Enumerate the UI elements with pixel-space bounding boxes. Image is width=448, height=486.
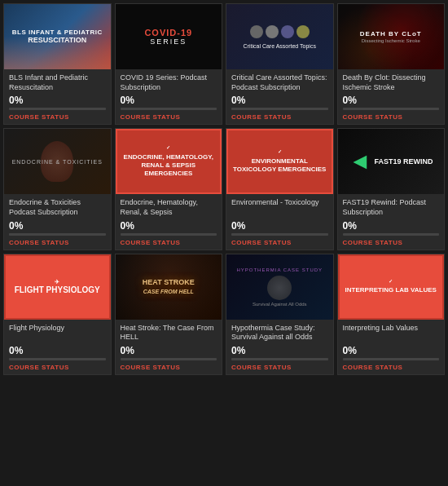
course-status-lab[interactable]: COURSE STATUS: [343, 364, 440, 371]
card-body-death: Death By Clot: Dissecting Ischemic Strok…: [338, 69, 445, 124]
card-critical[interactable]: Critical Care Assorted Topics Critical C…: [226, 3, 334, 125]
thumbnail-flight: ✈ FLIGHT PHYSIOLOGY: [4, 254, 111, 320]
progress-bar-bg-lab: [343, 358, 440, 360]
progress-bar-bg-critical: [231, 108, 328, 110]
thumb-label-covid: COVID-19: [144, 28, 192, 38]
course-title-death: Death By Clot: Dissecting Ischemic Strok…: [343, 73, 440, 92]
thumb-label-critical: Critical Care Assorted Topics: [244, 43, 316, 49]
card-body-covid: COVID 19 Series: Podcast Subscription 0%…: [116, 69, 222, 124]
course-progress-lab: 0%: [343, 345, 440, 356]
course-progress-bls: 0%: [9, 95, 106, 106]
card-body-heat: Heat Stroke: The Case From HELL 0% COURS…: [116, 320, 222, 374]
course-progress-flight: 0%: [9, 345, 106, 356]
card-flight[interactable]: ✈ FLIGHT PHYSIOLOGY Flight Physiology 0%…: [3, 254, 112, 375]
course-status-hypothermia[interactable]: COURSE STATUS: [231, 364, 328, 371]
card-fast19[interactable]: ◄ FAST19 REWIND FAST19 Rewind: Podcast S…: [337, 128, 446, 250]
progress-bar-bg-endocrine: [9, 233, 106, 236]
progress-bar-bg-hypothermia: [231, 358, 328, 360]
card-death[interactable]: DEATH BY CLoT Dissecting Ischemic Stroke…: [337, 3, 446, 125]
thumb-label-endocrine: ENDOCRINE & TOXICITIES: [9, 156, 106, 168]
thumb-text-hematology: ✓ ENDOCRINE, HEMATOLOGY, RENAL & SEPSIS …: [117, 142, 221, 182]
course-status-flight[interactable]: COURSE STATUS: [9, 364, 106, 371]
progress-bar-bg-bls: [9, 108, 106, 110]
lab-label: INTERPRETING LAB VALUES: [345, 286, 437, 294]
course-title-heat: Heat Stroke: The Case From HELL: [121, 324, 217, 342]
thumbnail-hematology: ✓ ENDOCRINE, HEMATOLOGY, RENAL & SEPSIS …: [116, 129, 222, 194]
course-title-environmental: Environmental - Toxicology: [231, 198, 328, 217]
thumb-faces-critical: [250, 25, 310, 38]
card-covid[interactable]: COVID-19 SERIES COVID 19 Series: Podcast…: [115, 3, 223, 125]
card-body-endocrine: Endocrine & Toxicities Podcast Subscript…: [4, 194, 111, 249]
card-lab[interactable]: ✓ INTERPRETING LAB VALUES Interpreting L…: [337, 254, 446, 375]
death-title: DEATH BY CLoT: [360, 30, 422, 38]
env-badge: ✓: [231, 149, 328, 156]
hypothermia-subtitle: Survival Against All Odds: [253, 302, 307, 307]
course-status-environmental[interactable]: COURSE STATUS: [231, 239, 328, 246]
progress-bar-bg-heat: [121, 358, 217, 360]
heat-title: HEAT STROKE: [143, 278, 195, 288]
progress-bar-bg-fast19: [343, 233, 440, 236]
card-bls[interactable]: BLS INFANT & PEDIATRIC RESUSCITATION BLS…: [3, 3, 112, 125]
thumb-text-environmental: ✓ ENVIRONMENTAL TOXICOLOGY EMERGENCIES: [228, 146, 332, 178]
card-hypothermia[interactable]: HYPOTHERMIA CASE STUDY Survival Against …: [226, 254, 334, 375]
course-status-bls[interactable]: COURSE STATUS: [9, 113, 106, 121]
thumbnail-lab: ✓ INTERPRETING LAB VALUES: [338, 254, 445, 320]
card-body-flight: Flight Physiology 0% COURSE STATUS: [4, 320, 111, 374]
course-title-critical: Critical Care Assorted Topics: Podcast S…: [231, 73, 328, 92]
course-title-covid: COVID 19 Series: Podcast Subscription: [121, 73, 217, 92]
thumbnail-covid: COVID-19 SERIES: [116, 4, 222, 69]
progress-bar-bg-death: [343, 108, 440, 110]
thumb-series-covid: SERIES: [144, 38, 192, 46]
card-endocrine[interactable]: ENDOCRINE & TOXICITIES Endocrine & Toxic…: [3, 128, 112, 250]
course-status-endocrine[interactable]: COURSE STATUS: [9, 239, 106, 246]
course-progress-environmental: 0%: [231, 220, 328, 232]
thumb-label-hypothermia: HYPOTHERMIA CASE STUDY: [236, 267, 323, 272]
course-title-hematology: Endocrine, Hematology, Renal, & Sepsis: [121, 198, 217, 217]
death-subtitle: Dissecting Ischemic Stroke: [360, 38, 422, 43]
course-status-hematology[interactable]: COURSE STATUS: [121, 239, 217, 246]
card-body-environmental: Environmental - Toxicology 0% COURSE STA…: [226, 194, 333, 249]
course-status-death[interactable]: COURSE STATUS: [343, 113, 440, 121]
card-body-fast19: FAST19 Rewind: Podcast Subscription 0% C…: [338, 194, 445, 249]
course-status-fast19[interactable]: COURSE STATUS: [343, 239, 440, 246]
card-body-hypothermia: Hypothermia Case Study: Survival Against…: [226, 320, 333, 374]
thumb-text-fast19: FAST19 REWIND: [375, 157, 433, 166]
card-heat[interactable]: HEAT STROKE CASE FROM HELL Heat Stroke: …: [115, 254, 223, 375]
card-environmental[interactable]: ✓ ENVIRONMENTAL TOXICOLOGY EMERGENCIES E…: [226, 128, 334, 250]
thumbnail-hypothermia: HYPOTHERMIA CASE STUDY Survival Against …: [226, 254, 333, 320]
course-progress-heat: 0%: [121, 345, 217, 356]
course-title-fast19: FAST19 Rewind: Podcast Subscription: [343, 198, 440, 217]
hypothermia-face: [267, 276, 292, 300]
face2: [266, 25, 279, 38]
course-status-critical[interactable]: COURSE STATUS: [231, 113, 328, 121]
course-status-heat[interactable]: COURSE STATUS: [121, 364, 217, 371]
course-grid: BLS INFANT & PEDIATRIC RESUSCITATION BLS…: [0, 0, 448, 378]
arrow-icon: ◄: [349, 148, 371, 175]
course-title-bls: BLS Infant and Pediatric Resuscitation: [9, 73, 106, 92]
card-body-bls: BLS Infant and Pediatric Resuscitation 0…: [4, 69, 111, 124]
course-title-lab: Interpreting Lab Values: [343, 324, 440, 342]
thumb-text-heat: HEAT STROKE CASE FROM HELL: [143, 278, 195, 295]
course-progress-endocrine: 0%: [9, 220, 106, 232]
course-progress-death: 0%: [343, 95, 440, 106]
thumbnail-heat: HEAT STROKE CASE FROM HELL: [116, 254, 222, 320]
environmental-label: ENVIRONMENTAL TOXICOLOGY EMERGENCIES: [233, 157, 326, 173]
thumbnail-environmental: ✓ ENVIRONMENTAL TOXICOLOGY EMERGENCIES: [226, 129, 333, 194]
hematology-label: ENDOCRINE, HEMATOLOGY, RENAL & SEPSIS EM…: [124, 153, 213, 178]
thumbnail-death: DEATH BY CLoT Dissecting Ischemic Stroke: [338, 4, 445, 69]
face1: [250, 25, 263, 38]
thumb-text-death: DEATH BY CLoT Dissecting Ischemic Stroke: [360, 30, 422, 43]
card-body-critical: Critical Care Assorted Topics: Podcast S…: [226, 69, 333, 124]
lab-badge: ✓: [345, 279, 437, 285]
course-progress-fast19: 0%: [343, 220, 440, 232]
card-hematology[interactable]: ✓ ENDOCRINE, HEMATOLOGY, RENAL & SEPSIS …: [115, 128, 223, 250]
course-status-covid[interactable]: COURSE STATUS: [121, 113, 217, 121]
course-title-hypothermia: Hypothermia Case Study: Survival Against…: [231, 324, 328, 342]
thumbnail-bls: BLS INFANT & PEDIATRIC RESUSCITATION: [4, 4, 111, 69]
course-title-flight: Flight Physiology: [9, 324, 106, 342]
progress-bar-bg-hematology: [121, 233, 217, 236]
hematology-badge: ✓: [121, 145, 217, 152]
course-progress-covid: 0%: [121, 95, 217, 106]
heat-subtitle: CASE FROM HELL: [143, 288, 195, 295]
progress-bar-bg-covid: [121, 108, 217, 110]
